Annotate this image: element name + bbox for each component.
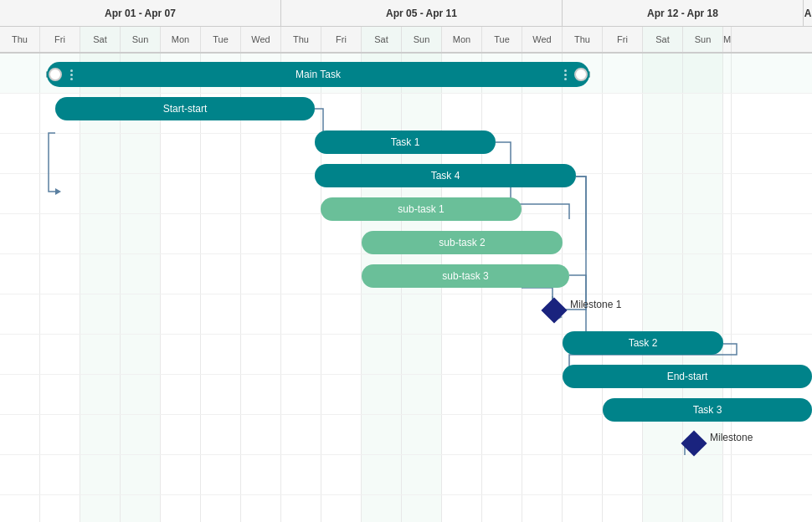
day-wed2: Wed — [522, 27, 563, 52]
drag-dot — [564, 69, 567, 72]
task-start-start-label: Start-start — [163, 103, 208, 115]
task-main-drag-left[interactable] — [67, 63, 75, 86]
task-main[interactable]: Main Task — [47, 62, 589, 87]
day-fri2: Fri — [321, 27, 362, 52]
task-main-drag-right[interactable] — [561, 63, 569, 86]
week-cell-4: A — [804, 0, 812, 26]
milestone-1-diamond[interactable] — [541, 297, 567, 323]
task-main-left-handle[interactable] — [49, 68, 62, 81]
week-cell-2: Apr 05 - Apr 11 — [281, 0, 563, 26]
day-thu1: Thu — [0, 27, 40, 52]
task-2[interactable]: Task 2 — [563, 331, 723, 355]
day-m: M — [723, 27, 732, 52]
day-sun2: Sun — [402, 27, 442, 52]
task-1-label: Task 1 — [391, 136, 420, 148]
task-4[interactable]: Task 4 — [315, 164, 576, 187]
task-main-label: Main Task — [296, 69, 341, 80]
task-3[interactable]: Task 3 — [603, 398, 812, 422]
drag-dot — [564, 74, 567, 76]
tasks-layer: Main Task Start-start Task 1 Tas — [0, 54, 812, 522]
milestone-2-label: Milestone — [710, 432, 753, 443]
day-tue2: Tue — [482, 27, 522, 52]
task-end-start-label: End-start — [667, 371, 708, 382]
week-cell-3: Apr 12 - Apr 18 — [563, 0, 804, 26]
day-mon1: Mon — [161, 27, 201, 52]
week-header: Apr 01 - Apr 07 Apr 05 - Apr 11 Apr 12 -… — [0, 0, 812, 27]
task-subtask-3-label: sub-task 3 — [442, 270, 488, 282]
task-1[interactable]: Task 1 — [315, 130, 496, 154]
milestone-2-diamond[interactable] — [681, 430, 707, 456]
task-2-label: Task 2 — [629, 337, 658, 349]
day-sun3: Sun — [683, 27, 723, 52]
day-fri1: Fri — [40, 27, 80, 52]
drag-dot — [70, 74, 73, 76]
task-subtask-2-label: sub-task 2 — [439, 237, 485, 248]
task-3-label: Task 3 — [693, 404, 722, 416]
day-tue1: Tue — [201, 27, 241, 52]
day-mon2: Mon — [442, 27, 482, 52]
milestone-1-label: Milestone 1 — [570, 299, 621, 310]
task-end-start[interactable]: End-start — [563, 365, 812, 388]
day-fri3: Fri — [603, 27, 643, 52]
day-wed1: Wed — [241, 27, 281, 52]
drag-dot — [70, 69, 73, 72]
day-thu2: Thu — [281, 27, 321, 52]
gantt-body: Main Task Start-start Task 1 Tas — [0, 54, 812, 522]
day-sat1: Sat — [80, 27, 121, 52]
drag-dot — [564, 78, 567, 80]
day-sat2: Sat — [362, 27, 402, 52]
task-start-start[interactable]: Start-start — [55, 97, 315, 120]
task-subtask-1-label: sub-task 1 — [398, 203, 444, 215]
task-subtask-1[interactable]: sub-task 1 — [321, 197, 522, 221]
week-cell-1: Apr 01 - Apr 07 — [0, 0, 281, 26]
day-header: Thu Fri Sat Sun Mon Tue Wed Thu Fri Sat … — [0, 27, 812, 54]
day-sat3: Sat — [643, 27, 683, 52]
task-subtask-2[interactable]: sub-task 2 — [362, 231, 563, 254]
gantt-chart: Apr 01 - Apr 07 Apr 05 - Apr 11 Apr 12 -… — [0, 0, 812, 522]
day-thu3: Thu — [563, 27, 603, 52]
task-subtask-3[interactable]: sub-task 3 — [362, 264, 569, 288]
drag-dot — [70, 78, 73, 80]
day-sun1: Sun — [121, 27, 161, 52]
task-main-right-handle[interactable] — [574, 68, 588, 81]
task-4-label: Task 4 — [431, 170, 460, 182]
